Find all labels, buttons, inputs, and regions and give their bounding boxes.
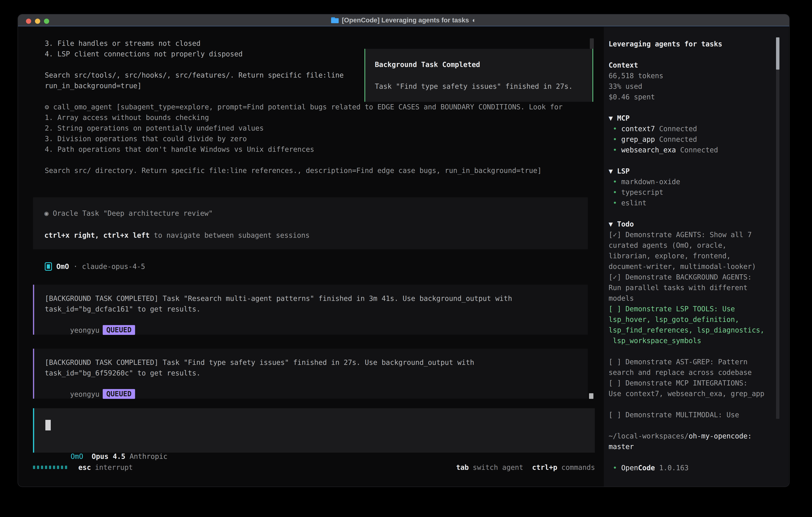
- agent-line: OmO · claude-opus-4-5: [45, 261, 145, 272]
- main-scrollbar-thumb[interactable]: [589, 393, 593, 399]
- sidebar-line: [609, 102, 775, 113]
- spinner-dot: [57, 466, 59, 469]
- task-user: yeongyu: [70, 390, 99, 398]
- toast-body: Task "Find type safety issues" finished …: [375, 82, 573, 90]
- input-provider: Anthropic: [129, 453, 168, 460]
- traffic-lights: [26, 19, 49, 24]
- titlebar: [OpenCode] Leveraging agents for tasks ◐: [18, 15, 789, 26]
- sidebar-line: master: [609, 441, 775, 452]
- terminal-line: 2. String operations on potentially unde…: [45, 123, 595, 134]
- window-title: [OpenCode] Leveraging agents for tasks: [342, 17, 469, 24]
- toast-title: Background Task Completed: [375, 61, 480, 69]
- spinner-dot: [45, 466, 47, 469]
- interrupt-hint-label: interrupt: [95, 463, 133, 471]
- sidebar-line: ▼ MCP: [609, 113, 775, 124]
- sidebar-scrollbar-thumb[interactable]: [776, 37, 779, 70]
- sidebar-line: lsp_find_references, lsp_diagnostics,: [609, 325, 775, 335]
- ctrlp-key-hint: ctrl+p: [532, 463, 557, 471]
- main-scrollbar-track[interactable]: [590, 38, 594, 49]
- minimize-button[interactable]: [35, 19, 40, 24]
- sidebar-line: • grep_app Connected: [609, 134, 775, 145]
- sidebar-line: curated agents (OmO, oracle,: [609, 240, 775, 251]
- commands-hint-label: commands: [561, 463, 595, 471]
- terminal-line: 4. Path operations that don't handle Win…: [45, 144, 595, 155]
- sidebar-line: 33% used: [609, 81, 775, 92]
- sidebar-line: Run parallel tasks with different: [609, 282, 775, 293]
- terminal-line: [45, 155, 595, 165]
- close-button[interactable]: [26, 19, 31, 24]
- prompt-input[interactable]: OmO Opus 4.5 Anthropic: [33, 408, 595, 453]
- agent-icon: [45, 262, 52, 271]
- task-message-line1: [BACKGROUND TASK COMPLETED] Task "Resear…: [45, 295, 512, 302]
- separator-dot: ·: [73, 263, 78, 271]
- task-message-line1: [BACKGROUND TASK COMPLETED] Task "Find t…: [45, 358, 474, 366]
- agent-name: OmO: [56, 263, 69, 271]
- sidebar-line: ▼ Todo: [609, 219, 775, 229]
- status-bar: esc interrupt tab switch agent ctrl+p co…: [33, 462, 595, 472]
- loading-icon: ◐: [472, 17, 476, 24]
- spinner-dot: [33, 466, 35, 469]
- sidebar-line: librarian, explore, frontend,: [609, 251, 775, 261]
- sidebar-line: [ ] Demonstrate AST-GREP: Pattern: [609, 357, 775, 367]
- sidebar-line: ~/local-workspaces/oh-my-opencode:: [609, 431, 775, 441]
- sidebar-line: [609, 49, 775, 60]
- spinner-dot: [61, 466, 63, 469]
- sidebar-line: • context7 Connected: [609, 124, 775, 134]
- sidebar-content: Leveraging agents for tasksContext66,518…: [609, 39, 775, 473]
- background-task-toast: Background Task Completed Task "Find typ…: [365, 49, 593, 102]
- zoom-button[interactable]: [44, 19, 49, 24]
- task-user: yeongyu: [70, 326, 99, 334]
- sidebar-line: • typescript: [609, 187, 775, 198]
- text-cursor: [46, 420, 51, 430]
- sidebar-line: • eslint: [609, 198, 775, 208]
- sidebar-line: Use context7, websearch_exa, grep_app: [609, 388, 775, 399]
- opencode-window: [OpenCode] Leveraging agents for tasks ◐…: [18, 14, 790, 487]
- terminal-line: 3. Division operations that could divide…: [45, 134, 595, 144]
- status-badge: QUEUED: [103, 325, 135, 335]
- status-badge: QUEUED: [103, 389, 135, 399]
- sidebar-line: [609, 420, 775, 431]
- spinner-dots: [33, 466, 67, 469]
- task-message-line2: task_id="bg_6f59260c" to get results.: [45, 369, 201, 377]
- spinner-dot: [37, 466, 39, 469]
- input-agent-name: OmO: [70, 453, 83, 460]
- sidebar-line: [ ] Demonstrate MULTIMODAL: Use: [609, 410, 775, 420]
- terminal-line: 1. Array access without bounds checking: [45, 112, 595, 123]
- background-task-block: [BACKGROUND TASK COMPLETED] Task "Resear…: [33, 285, 588, 335]
- sidebar-line: • OpenCode 1.0.163: [609, 463, 775, 473]
- sidebar-line: models: [609, 293, 775, 304]
- sidebar-line: [609, 155, 775, 166]
- sidebar-line: [609, 208, 775, 219]
- session-sidebar: Leveraging agents for tasksContext66,518…: [604, 27, 789, 487]
- sidebar-line: [ ] Demonstrate MCP INTEGRATIONS:: [609, 378, 775, 388]
- spinner-dot: [49, 466, 51, 469]
- esc-key-hint: esc: [78, 463, 91, 471]
- sidebar-line: lsp_hover, lsp_goto_definition,: [609, 314, 775, 325]
- oracle-task-header: ◉ Oracle Task "Deep architecture review": [45, 208, 213, 219]
- terminal-line: ⚙ call_omo_agent [subagent_type=explore,…: [45, 102, 595, 112]
- sidebar-line: [ ] Demonstrate LSP TOOLS: Use: [609, 304, 775, 314]
- sidebar-line: [✓] Demonstrate BACKGROUND AGENTS:: [609, 272, 775, 282]
- sidebar-line: [609, 452, 775, 463]
- sidebar-scrollbar-track[interactable]: [776, 37, 779, 419]
- sidebar-line: [609, 399, 775, 410]
- terminal-line: 3. File handles or streams not closed: [45, 38, 595, 49]
- tab-key-hint: tab: [456, 463, 469, 471]
- sidebar-line: ▼ LSP: [609, 166, 775, 176]
- sidebar-line: [✓] Demonstrate AGENTS: Show all 7: [609, 229, 775, 240]
- sidebar-line: Context: [609, 60, 775, 71]
- agent-model: claude-opus-4-5: [82, 263, 145, 271]
- terminal-line: Search src/ directory. Return specific f…: [45, 165, 595, 176]
- folder-icon: [331, 17, 339, 23]
- spinner-dot: [65, 466, 67, 469]
- sidebar-line: • markdown-oxide: [609, 176, 775, 187]
- subagent-navigation-hint: ctrl+x right, ctrl+x left to navigate be…: [45, 230, 310, 241]
- sidebar-line: • websearch_exa Connected: [609, 145, 775, 155]
- sidebar-line: 66,518 tokens: [609, 71, 775, 81]
- sidebar-line: [609, 346, 775, 357]
- input-model: Opus 4.5: [92, 453, 125, 460]
- switch-agent-hint-label: switch agent: [473, 463, 523, 471]
- sidebar-line: document-writer, multimodal-looker): [609, 261, 775, 272]
- spinner-dot: [41, 466, 43, 469]
- sidebar-line: Leveraging agents for tasks: [609, 39, 775, 49]
